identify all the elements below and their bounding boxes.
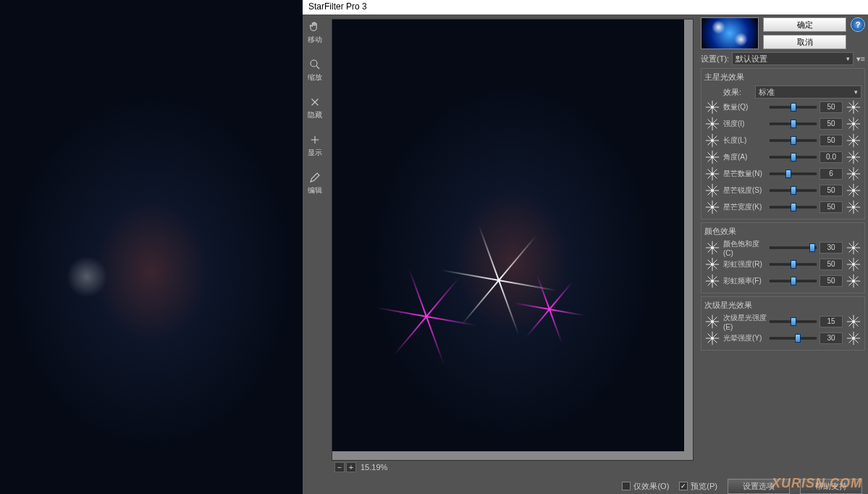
slider-main-5[interactable]: [770, 185, 817, 196]
star-preset-icon[interactable]: [704, 149, 720, 165]
slider-label: 数量(Q): [723, 102, 767, 112]
star-preset-icon[interactable]: [704, 314, 720, 330]
slider-value[interactable]: 0.0: [819, 151, 843, 163]
slider-value[interactable]: 30: [819, 332, 843, 344]
slider-value[interactable]: 50: [819, 135, 843, 146]
star-preview-icon[interactable]: [846, 314, 861, 330]
slider-sec-1[interactable]: [770, 333, 817, 343]
slider-row: 长度(L) 50: [704, 133, 861, 148]
preview-canvas[interactable]: [332, 19, 694, 461]
svg-point-115: [852, 320, 855, 323]
star-preset-icon[interactable]: [704, 166, 720, 182]
slider-color-2[interactable]: [770, 276, 817, 286]
status-bar: −+ 15.19%: [332, 461, 694, 474]
slider-value[interactable]: 6: [819, 168, 843, 180]
star-preview-icon[interactable]: [846, 183, 861, 198]
star-preset-icon[interactable]: [704, 133, 720, 148]
settings-dropdown[interactable]: 默认设置▾: [732, 52, 853, 65]
plus-icon: [308, 133, 321, 146]
tool-show[interactable]: 显示: [308, 133, 322, 158]
star-preview-icon[interactable]: [846, 256, 861, 272]
slider-value[interactable]: 50: [819, 275, 843, 287]
svg-point-95: [852, 263, 855, 266]
svg-point-105: [852, 280, 855, 282]
x-icon: [308, 96, 321, 109]
star-preset-icon[interactable]: [704, 330, 720, 346]
ok-button[interactable]: 确定: [763, 17, 846, 32]
star-preset-icon[interactable]: [704, 273, 720, 289]
slider-value[interactable]: 50: [819, 259, 843, 270]
slider-row: 星芒宽度(K) 50: [704, 199, 861, 215]
slider-row: 光晕强度(Y) 30: [704, 330, 861, 346]
star-preset-icon[interactable]: [704, 240, 720, 256]
effect-only-checkbox[interactable]: 仅效果(O): [622, 481, 669, 492]
slider-row: 星芒数量(N) 6: [704, 166, 861, 182]
slider-value[interactable]: 15: [819, 316, 843, 327]
svg-point-20: [711, 122, 714, 125]
slider-label: 长度(L): [723, 135, 767, 146]
preview-area: −+ 15.19%: [327, 14, 698, 478]
slider-label: 次级星光强度(E): [723, 313, 767, 331]
slider-main-6[interactable]: [770, 202, 817, 212]
star-preview-icon[interactable]: [846, 133, 861, 148]
star-preview-icon[interactable]: [846, 99, 861, 115]
slider-value[interactable]: 50: [819, 118, 843, 130]
slider-row: 数量(Q) 50: [704, 99, 861, 115]
preset-thumbnail[interactable]: [701, 17, 759, 49]
slider-main-0[interactable]: [770, 102, 817, 112]
star-preview-icon[interactable]: [846, 149, 861, 165]
slider-color-1[interactable]: [770, 259, 817, 269]
star-preset-icon[interactable]: [704, 256, 720, 272]
star-preview-icon[interactable]: [846, 240, 861, 256]
zoom-out-button[interactable]: −: [334, 462, 345, 472]
slider-color-0[interactable]: [770, 243, 817, 253]
svg-point-120: [711, 337, 714, 340]
effect-value: 标准: [759, 87, 775, 98]
star-preview-icon[interactable]: [846, 199, 861, 215]
zoom-in-button[interactable]: +: [346, 462, 356, 472]
star-preset-icon[interactable]: [704, 183, 720, 198]
effect-label: 效果:: [723, 87, 752, 98]
zoom-level: 15.19%: [361, 463, 387, 472]
effect-dropdown[interactable]: 标准▾: [755, 85, 861, 99]
slider-sec-0[interactable]: [770, 317, 817, 327]
slider-value[interactable]: 50: [819, 201, 843, 213]
checkbox-label: 仅效果(O): [633, 481, 669, 492]
checkbox-icon: ✓: [679, 482, 688, 490]
svg-point-55: [852, 172, 855, 175]
svg-point-100: [711, 280, 714, 282]
star-preset-icon[interactable]: [704, 116, 720, 132]
slider-main-1[interactable]: [770, 119, 817, 129]
help-button[interactable]: ?: [851, 17, 865, 32]
svg-point-40: [711, 156, 714, 159]
slider-main-2[interactable]: [770, 135, 817, 146]
slider-value[interactable]: 50: [819, 185, 843, 196]
star-preview-icon[interactable]: [846, 273, 861, 289]
scrollbar-horizontal[interactable]: [332, 451, 693, 460]
slider-main-4[interactable]: [770, 169, 817, 179]
tool-move[interactable]: 移动: [308, 20, 322, 45]
star-preset-icon[interactable]: [704, 199, 720, 215]
tool-edit[interactable]: 编辑: [308, 171, 322, 196]
scrollbar-vertical[interactable]: [684, 20, 693, 460]
pencil-icon: [308, 171, 321, 184]
svg-point-80: [711, 246, 714, 249]
svg-point-0: [311, 60, 317, 67]
star-preview-icon[interactable]: [846, 330, 861, 346]
toolbar: 移动 缩放 隐藏 显示 编辑: [303, 14, 327, 478]
preview-checkbox[interactable]: ✓预览(P): [679, 481, 717, 492]
slider-value[interactable]: 30: [819, 242, 843, 254]
star-preset-icon[interactable]: [704, 99, 720, 115]
tool-label: 移动: [308, 35, 322, 45]
cancel-button[interactable]: 取消: [763, 35, 846, 49]
tool-hide[interactable]: 隐藏: [308, 96, 322, 120]
star-preview-icon[interactable]: [846, 166, 861, 182]
slider-value[interactable]: 50: [819, 101, 843, 113]
slider-main-3[interactable]: [770, 152, 817, 162]
slider-row: 星芒锐度(S) 50: [704, 183, 861, 198]
checkbox-label: 预览(P): [691, 481, 717, 492]
star-preview-icon[interactable]: [846, 116, 861, 132]
source-image: [0, 0, 303, 494]
tool-zoom[interactable]: 缩放: [308, 58, 322, 83]
menu-icon[interactable]: ▾≡: [856, 54, 865, 64]
